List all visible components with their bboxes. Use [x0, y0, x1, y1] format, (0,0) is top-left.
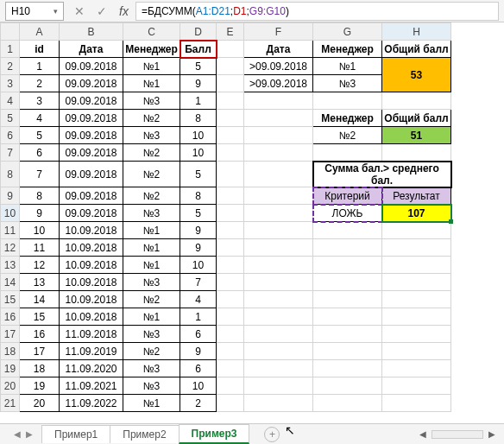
cell[interactable]: №1: [123, 308, 180, 326]
cell[interactable]: Общий балл: [382, 110, 451, 127]
cell[interactable]: 14: [20, 291, 60, 308]
cell[interactable]: [244, 222, 313, 239]
cell[interactable]: [244, 360, 313, 377]
cell[interactable]: 13: [20, 274, 60, 291]
cell[interactable]: 9: [180, 222, 217, 239]
cell[interactable]: [382, 239, 451, 257]
cell[interactable]: 15: [20, 308, 60, 326]
cell[interactable]: 7: [20, 162, 60, 187]
cell[interactable]: №3: [123, 127, 180, 144]
cell[interactable]: [217, 274, 244, 291]
cell[interactable]: [313, 222, 382, 239]
cell[interactable]: 11.09.2020: [60, 360, 123, 377]
cell[interactable]: 10: [180, 144, 217, 162]
row-header[interactable]: 4: [1, 92, 20, 110]
cell[interactable]: [382, 92, 451, 110]
col-header-D[interactable]: D: [180, 23, 217, 41]
cell[interactable]: [217, 377, 244, 395]
cell[interactable]: 18: [20, 360, 60, 377]
cell[interactable]: Дата: [244, 41, 313, 58]
cell[interactable]: [382, 291, 451, 308]
cell[interactable]: 8: [20, 187, 60, 205]
cell[interactable]: 11: [20, 239, 60, 257]
cell[interactable]: [244, 308, 313, 326]
cell[interactable]: [217, 127, 244, 144]
cell[interactable]: №3: [313, 75, 382, 92]
col-header-A[interactable]: A: [20, 23, 60, 41]
cell[interactable]: №2: [123, 187, 180, 205]
cell[interactable]: 8: [180, 110, 217, 127]
cell[interactable]: №1: [123, 75, 180, 92]
row-header[interactable]: 3: [1, 75, 20, 92]
tab-sheet[interactable]: Пример2: [110, 425, 179, 443]
cell[interactable]: 09.09.2018: [60, 205, 123, 222]
cell[interactable]: [217, 326, 244, 343]
cell[interactable]: [313, 343, 382, 360]
result-cell[interactable]: 51: [382, 127, 451, 144]
cell[interactable]: №3: [123, 360, 180, 377]
cell[interactable]: [217, 239, 244, 257]
cell[interactable]: 19: [20, 377, 60, 395]
cell[interactable]: 1: [180, 92, 217, 110]
row-header[interactable]: 17: [1, 326, 20, 343]
cell[interactable]: 6: [180, 360, 217, 377]
cell[interactable]: 11.09.2018: [60, 326, 123, 343]
cell[interactable]: 09.09.2018: [60, 187, 123, 205]
cell[interactable]: №1: [313, 58, 382, 75]
cell[interactable]: 10: [180, 127, 217, 144]
row-header[interactable]: 21: [1, 395, 20, 412]
row-header[interactable]: 18: [1, 343, 20, 360]
cell[interactable]: 20: [20, 395, 60, 412]
cell[interactable]: 8: [180, 187, 217, 205]
row-header[interactable]: 9: [1, 187, 20, 205]
cell[interactable]: 12: [20, 257, 60, 274]
cell[interactable]: 09.09.2018: [60, 75, 123, 92]
cell[interactable]: [244, 144, 313, 162]
cell[interactable]: [313, 274, 382, 291]
cell[interactable]: №3: [123, 205, 180, 222]
cell[interactable]: №1: [123, 58, 180, 75]
cell[interactable]: [217, 58, 244, 75]
row-header[interactable]: 12: [1, 239, 20, 257]
cell[interactable]: [382, 144, 451, 162]
formula-input[interactable]: =БДСУММ(A1:D21;D1;G9:G10): [135, 2, 499, 21]
cell[interactable]: Общий балл: [382, 41, 451, 58]
cell[interactable]: 9: [180, 75, 217, 92]
cell[interactable]: 10.09.2018: [60, 239, 123, 257]
cell[interactable]: 11.09.2021: [60, 377, 123, 395]
cell[interactable]: 10: [180, 257, 217, 274]
cell[interactable]: №1: [123, 222, 180, 239]
cell[interactable]: 2: [180, 395, 217, 412]
row-header[interactable]: 11: [1, 222, 20, 239]
cell[interactable]: 1: [180, 308, 217, 326]
row-header[interactable]: 7: [1, 144, 20, 162]
cell[interactable]: [382, 257, 451, 274]
row-header[interactable]: 1: [1, 41, 20, 58]
cell[interactable]: 09.09.2018: [60, 58, 123, 75]
cell[interactable]: 5: [20, 127, 60, 144]
cell[interactable]: [244, 239, 313, 257]
cell[interactable]: [217, 308, 244, 326]
cell[interactable]: 09.09.2018: [60, 144, 123, 162]
cell[interactable]: [313, 291, 382, 308]
cell[interactable]: 2: [20, 75, 60, 92]
cancel-icon[interactable]: ✕: [74, 5, 85, 17]
cell[interactable]: [313, 144, 382, 162]
grid[interactable]: A B C D E F G H 1 id Дата Менеджер Балл …: [0, 22, 504, 422]
cell[interactable]: 17: [20, 343, 60, 360]
dropdown-icon[interactable]: ▾: [54, 7, 58, 16]
cell[interactable]: 5: [180, 205, 217, 222]
cell[interactable]: 9: [180, 343, 217, 360]
cell[interactable]: №3: [123, 92, 180, 110]
cell[interactable]: >09.09.2018: [244, 75, 313, 92]
cell[interactable]: [244, 92, 313, 110]
cell[interactable]: Балл: [180, 41, 217, 58]
add-sheet-button[interactable]: +: [264, 427, 280, 442]
cell[interactable]: [217, 205, 244, 222]
scroll-right-icon[interactable]: ▶: [485, 429, 499, 439]
cell[interactable]: Дата: [60, 41, 123, 58]
cell[interactable]: [313, 360, 382, 377]
row-header[interactable]: 5: [1, 110, 20, 127]
cell[interactable]: Менеджер: [313, 110, 382, 127]
cell[interactable]: 9: [20, 205, 60, 222]
